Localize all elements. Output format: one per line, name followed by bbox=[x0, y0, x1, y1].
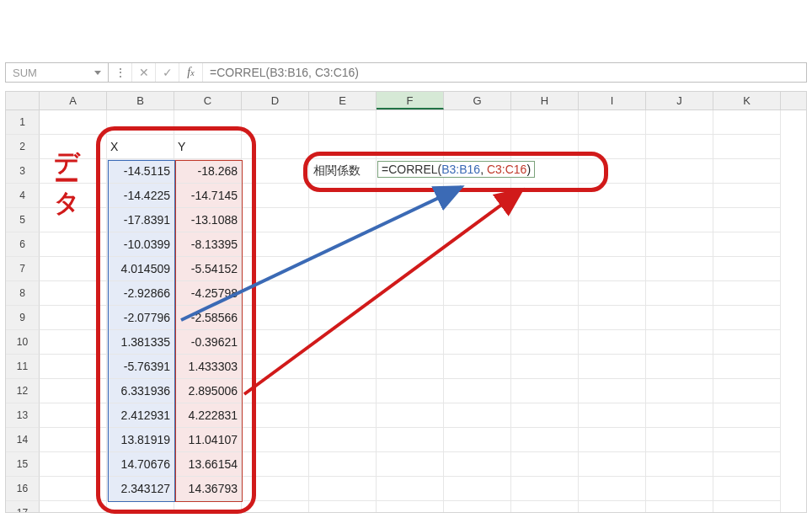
cell[interactable] bbox=[309, 355, 377, 379]
select-all-corner[interactable] bbox=[6, 92, 40, 109]
cell[interactable] bbox=[511, 281, 579, 306]
cell[interactable] bbox=[444, 428, 511, 452]
cell[interactable] bbox=[713, 159, 781, 184]
cell[interactable] bbox=[579, 379, 646, 403]
row-header[interactable]: 3 bbox=[6, 159, 40, 184]
cell[interactable] bbox=[40, 306, 107, 330]
cell[interactable] bbox=[646, 306, 713, 330]
cell[interactable] bbox=[579, 330, 646, 355]
cell[interactable] bbox=[377, 232, 444, 257]
cell[interactable] bbox=[377, 135, 444, 159]
cell[interactable] bbox=[511, 355, 579, 379]
cell[interactable] bbox=[511, 501, 579, 513]
cell[interactable] bbox=[309, 501, 377, 513]
cell[interactable] bbox=[107, 110, 174, 135]
cell[interactable] bbox=[174, 110, 242, 135]
row-header[interactable]: 2 bbox=[6, 135, 40, 159]
cell[interactable] bbox=[713, 355, 781, 379]
cell[interactable] bbox=[40, 257, 107, 281]
cell[interactable] bbox=[646, 428, 713, 452]
cell[interactable] bbox=[579, 135, 646, 159]
cell[interactable] bbox=[713, 135, 781, 159]
cell[interactable] bbox=[309, 428, 377, 452]
cell[interactable] bbox=[713, 379, 781, 403]
cell[interactable] bbox=[377, 379, 444, 403]
cell[interactable] bbox=[444, 330, 511, 355]
cell[interactable] bbox=[646, 257, 713, 281]
cell[interactable] bbox=[511, 257, 579, 281]
cell[interactable] bbox=[377, 257, 444, 281]
cell[interactable] bbox=[579, 110, 646, 135]
cell[interactable] bbox=[444, 208, 511, 232]
cell[interactable] bbox=[444, 379, 511, 403]
cell[interactable] bbox=[511, 135, 579, 159]
cell[interactable] bbox=[579, 355, 646, 379]
cell[interactable] bbox=[713, 306, 781, 330]
col-G[interactable]: G bbox=[444, 92, 511, 109]
cell[interactable] bbox=[444, 306, 511, 330]
cell[interactable] bbox=[40, 477, 107, 501]
cell[interactable] bbox=[309, 477, 377, 501]
cell[interactable] bbox=[511, 477, 579, 501]
cell[interactable] bbox=[40, 184, 107, 208]
col-E[interactable]: E bbox=[309, 92, 377, 109]
cell[interactable] bbox=[309, 135, 377, 159]
cell[interactable] bbox=[444, 452, 511, 477]
formula-input[interactable]: =CORREL(B3:B16, C3:C16) bbox=[203, 63, 806, 82]
cell[interactable] bbox=[713, 232, 781, 257]
cell[interactable] bbox=[40, 110, 107, 135]
cell[interactable] bbox=[377, 184, 444, 208]
cell[interactable] bbox=[579, 452, 646, 477]
cell[interactable] bbox=[444, 403, 511, 428]
cell[interactable] bbox=[242, 257, 309, 281]
cell[interactable] bbox=[579, 477, 646, 501]
cell[interactable] bbox=[579, 428, 646, 452]
row-header[interactable]: 13 bbox=[6, 403, 40, 428]
cell[interactable] bbox=[511, 403, 579, 428]
cell[interactable] bbox=[309, 379, 377, 403]
row-header[interactable]: 12 bbox=[6, 379, 40, 403]
cell[interactable] bbox=[579, 184, 646, 208]
col-H[interactable]: H bbox=[511, 92, 579, 109]
cell[interactable] bbox=[377, 403, 444, 428]
row-header[interactable]: 7 bbox=[6, 257, 40, 281]
cell[interactable] bbox=[309, 306, 377, 330]
cell[interactable] bbox=[511, 330, 579, 355]
cell[interactable] bbox=[309, 110, 377, 135]
cell[interactable] bbox=[242, 379, 309, 403]
cell[interactable] bbox=[713, 257, 781, 281]
cell[interactable] bbox=[579, 208, 646, 232]
cell[interactable] bbox=[242, 159, 309, 184]
cell[interactable] bbox=[309, 257, 377, 281]
cell[interactable] bbox=[40, 355, 107, 379]
cell[interactable] bbox=[174, 501, 242, 513]
cell[interactable] bbox=[646, 452, 713, 477]
cell[interactable] bbox=[444, 110, 511, 135]
cell[interactable] bbox=[444, 501, 511, 513]
cell[interactable] bbox=[511, 379, 579, 403]
col-C[interactable]: C bbox=[174, 92, 242, 109]
cell[interactable] bbox=[242, 330, 309, 355]
cell[interactable] bbox=[377, 355, 444, 379]
cell[interactable] bbox=[713, 110, 781, 135]
cell[interactable] bbox=[377, 428, 444, 452]
row-header[interactable]: 15 bbox=[6, 452, 40, 477]
cell[interactable] bbox=[309, 281, 377, 306]
cell[interactable] bbox=[444, 184, 511, 208]
cell[interactable] bbox=[646, 379, 713, 403]
cell[interactable] bbox=[579, 232, 646, 257]
cell[interactable] bbox=[309, 232, 377, 257]
cell[interactable] bbox=[242, 232, 309, 257]
cell[interactable] bbox=[646, 232, 713, 257]
cell[interactable] bbox=[511, 306, 579, 330]
row-header[interactable]: 6 bbox=[6, 232, 40, 257]
cell[interactable] bbox=[377, 208, 444, 232]
cell[interactable] bbox=[444, 477, 511, 501]
row-header[interactable]: 1 bbox=[6, 110, 40, 135]
namebox[interactable]: SUM bbox=[6, 63, 109, 82]
row-header[interactable]: 14 bbox=[6, 428, 40, 452]
cell[interactable] bbox=[40, 135, 107, 159]
cell[interactable] bbox=[579, 281, 646, 306]
cell[interactable] bbox=[377, 281, 444, 306]
cell[interactable] bbox=[713, 477, 781, 501]
